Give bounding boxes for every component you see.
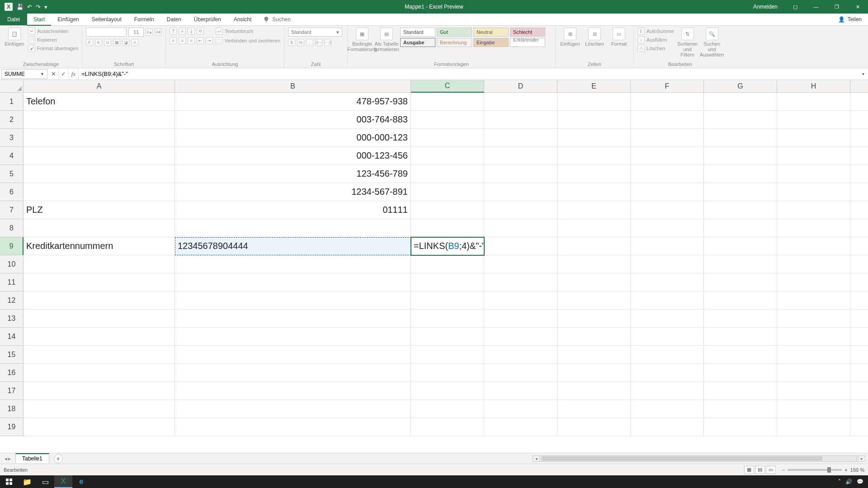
cell-G13[interactable]	[704, 310, 777, 328]
cell-E7[interactable]	[557, 201, 631, 219]
cell-G2[interactable]	[704, 111, 777, 129]
cell-x10[interactable]	[850, 255, 868, 273]
cell-E4[interactable]	[557, 147, 631, 165]
zoom-out-button[interactable]: −	[782, 467, 785, 473]
cell-E17[interactable]	[557, 382, 631, 400]
increase-decimal-icon[interactable]: .0→	[315, 39, 322, 46]
cell-F17[interactable]	[631, 382, 704, 400]
decrease-indent-icon[interactable]: ⇤	[197, 37, 204, 44]
insert-cells-button[interactable]: ⊞Einfügen	[559, 28, 581, 47]
cell-styles-gallery[interactable]: Standard Gut Neutral Schlecht Ausgabe Be…	[400, 28, 545, 47]
cell-G7[interactable]	[704, 201, 777, 219]
copy-label[interactable]: Kopieren	[37, 37, 57, 42]
cell-E1[interactable]	[557, 93, 631, 111]
cell-G18[interactable]	[704, 400, 777, 418]
cell-D11[interactable]	[484, 273, 557, 291]
row-header-12[interactable]: 12	[0, 291, 24, 310]
cell-G9[interactable]	[704, 237, 777, 255]
cell-G10[interactable]	[704, 255, 777, 273]
cell-B10[interactable]	[175, 255, 411, 273]
cell-D1[interactable]	[484, 93, 557, 111]
cell-E5[interactable]	[557, 165, 631, 183]
cell-G19[interactable]	[704, 418, 777, 436]
row-header-9[interactable]: 9	[0, 237, 24, 255]
grow-font-icon[interactable]: A▴	[146, 28, 153, 36]
cell-H18[interactable]	[777, 400, 850, 418]
cell-B15[interactable]	[175, 346, 411, 364]
cell-A7[interactable]: PLZ	[24, 201, 175, 219]
align-top-icon[interactable]: ⭱	[170, 28, 177, 35]
signin-button[interactable]: Anmelden	[746, 4, 785, 10]
cell-E12[interactable]	[557, 291, 631, 310]
cell-F3[interactable]	[631, 129, 704, 147]
comma-icon[interactable]: ,	[306, 39, 313, 46]
cell-B12[interactable]	[175, 291, 411, 310]
qat-customize-icon[interactable]: ▾	[44, 4, 47, 10]
cell-F18[interactable]	[631, 400, 704, 418]
cell-G1[interactable]	[704, 93, 777, 111]
cell-H19[interactable]	[777, 418, 850, 436]
font-size-select[interactable]: 11	[128, 28, 144, 37]
cell-F9[interactable]	[631, 237, 704, 255]
cell-B3[interactable]: 000-000-123	[175, 129, 411, 147]
tab-seitenlayout[interactable]: Seitenlayout	[85, 14, 128, 25]
cell-E9[interactable]	[557, 237, 631, 255]
cell-D18[interactable]	[484, 400, 557, 418]
cell-H1[interactable]	[777, 93, 850, 111]
align-bottom-icon[interactable]: ⭳	[188, 28, 195, 35]
cell-G4[interactable]	[704, 147, 777, 165]
system-tray[interactable]: ˄ 🔊 💬	[834, 479, 868, 485]
cell-x12[interactable]	[850, 291, 868, 310]
view-page-layout-icon[interactable]: ▤	[755, 466, 765, 474]
cell-A2[interactable]	[24, 111, 175, 129]
cell-A18[interactable]	[24, 400, 175, 418]
cell-x14[interactable]	[850, 328, 868, 346]
cell-x1[interactable]	[850, 93, 868, 111]
cell-A1[interactable]: Telefon	[24, 93, 175, 111]
cell-G12[interactable]	[704, 291, 777, 310]
merge-label[interactable]: Verbinden und zentrieren	[225, 38, 280, 43]
cell-H10[interactable]	[777, 255, 850, 273]
scroll-thumb[interactable]	[542, 456, 822, 461]
scroll-right-icon[interactable]: ▸	[858, 455, 865, 462]
cell-C5[interactable]	[411, 165, 484, 183]
cell-G5[interactable]	[704, 165, 777, 183]
cell-x5[interactable]	[850, 165, 868, 183]
decrease-decimal-icon[interactable]: ←.0	[324, 39, 331, 46]
italic-button[interactable]: K	[95, 39, 102, 46]
cell-F6[interactable]	[631, 183, 704, 201]
cell-A9[interactable]: Kreditkartennummern	[24, 237, 175, 255]
cell-E14[interactable]	[557, 328, 631, 346]
row-header-3[interactable]: 3	[0, 129, 24, 147]
cell-H16[interactable]	[777, 364, 850, 382]
volume-icon[interactable]: 🔊	[845, 479, 852, 485]
cell-B19[interactable]	[175, 418, 411, 436]
cell-B18[interactable]	[175, 400, 411, 418]
tab-daten[interactable]: Daten	[160, 14, 188, 25]
cell-A17[interactable]	[24, 382, 175, 400]
cell-F15[interactable]	[631, 346, 704, 364]
new-sheet-button[interactable]: +	[54, 454, 63, 463]
currency-icon[interactable]: $	[288, 39, 295, 46]
clear-icon[interactable]: ◇	[637, 45, 645, 52]
tab-ansicht[interactable]: Ansicht	[227, 14, 258, 25]
cell-D17[interactable]	[484, 382, 557, 400]
cell-H17[interactable]	[777, 382, 850, 400]
sheet-nav[interactable]: ◂▸	[0, 455, 15, 462]
cell-D6[interactable]	[484, 183, 557, 201]
tab-einfuegen[interactable]: Einfügen	[51, 14, 85, 25]
cell-D10[interactable]	[484, 255, 557, 273]
row-header-1[interactable]: 1	[0, 93, 24, 111]
row-header-7[interactable]: 7	[0, 201, 24, 219]
row-header-10[interactable]: 10	[0, 255, 24, 273]
cell-D3[interactable]	[484, 129, 557, 147]
cell-x9[interactable]	[850, 237, 868, 255]
paste-button[interactable]: 📋 Einfügen	[4, 28, 25, 47]
row-header-16[interactable]: 16	[0, 364, 24, 382]
cell-A8[interactable]	[24, 219, 175, 237]
cell-A15[interactable]	[24, 346, 175, 364]
zoom-slider[interactable]	[788, 469, 842, 471]
font-name-select[interactable]	[86, 28, 127, 37]
cell-D12[interactable]	[484, 291, 557, 310]
cell-E15[interactable]	[557, 346, 631, 364]
